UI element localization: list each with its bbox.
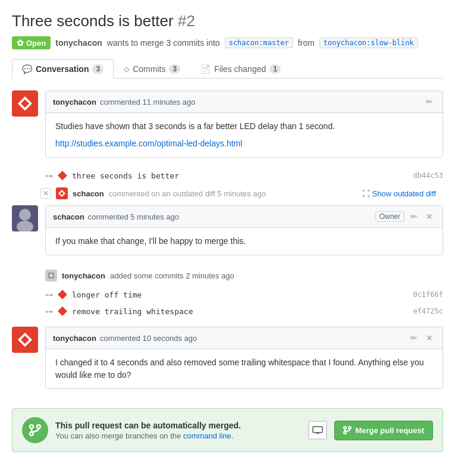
commit-message-1: three seconds is better — [72, 171, 179, 180]
comment-header-3: tonychacon commented 10 seconds ago ✏ ✕ — [46, 327, 443, 349]
avatar-schacon — [12, 205, 38, 231]
page-title: Three seconds is better #2 — [12, 12, 443, 30]
merge-subtitle-text: You can also merge branches on the — [55, 431, 181, 440]
commit-line-1: ⊶ three seconds is better db44c53 — [12, 167, 443, 184]
comment-timestamp-2: commented 5 minutes ago — [88, 212, 179, 221]
pr-author: tonychacon — [55, 38, 102, 48]
screen-icon[interactable] — [308, 421, 327, 440]
commit-message-3: remove trailing whitespace — [72, 307, 193, 316]
commit-line-3: ⊶ remove trailing whitespace ef4725c — [12, 303, 443, 320]
comment-header-left-3: tonychacon commented 10 seconds ago — [53, 334, 197, 343]
commit-git-icon-1 — [58, 171, 67, 180]
show-outdated-label: Show outdated diff — [372, 189, 436, 198]
merge-title: This pull request can be automatically m… — [55, 421, 301, 430]
commit-line-2: ⊶ longer off time 0c1f66f — [12, 286, 443, 303]
pr-description: wants to merge 3 commits into — [107, 38, 220, 48]
commit-branch-icon-2: ⊶ — [45, 290, 53, 299]
commit-branch-icon-1: ⊶ — [45, 171, 53, 180]
comment-tonychacon-1: tonychacon commented 11 minutes ago ✏ St… — [12, 90, 443, 158]
commits-added-icon — [45, 270, 57, 281]
edit-comment-button-1[interactable]: ✏ — [423, 96, 435, 108]
comment-text-2: If you make that change, I'll be happy t… — [55, 235, 433, 248]
commit-git-icon-2 — [58, 290, 67, 299]
show-outdated-icon: ⛶ — [362, 189, 370, 198]
merge-text: This pull request can be automatically m… — [55, 421, 301, 440]
close-comment-button-2[interactable]: ✕ — [423, 211, 435, 223]
comment-author-2[interactable]: schacon — [53, 212, 84, 221]
merge-button-label: Merge pull request — [355, 426, 424, 435]
open-badge: ✿ Open — [12, 36, 51, 49]
tab-conversation-count: 3 — [92, 64, 103, 74]
from-text: from — [298, 38, 315, 48]
comment-header-1: tonychacon commented 11 minutes ago ✏ — [46, 91, 443, 113]
outdated-x-icon[interactable]: ✕ — [40, 188, 51, 199]
comment-box-3: tonychacon commented 10 seconds ago ✏ ✕ … — [45, 327, 443, 389]
source-branch[interactable]: tonychacon:slow-blink — [319, 37, 418, 48]
merge-subtitle: You can also merge branches on the comma… — [55, 431, 301, 440]
commits-icon-tab: ◇ — [124, 65, 129, 73]
comment-actions-3: ✏ ✕ — [408, 332, 435, 344]
edit-comment-button-3[interactable]: ✏ — [408, 332, 420, 344]
tab-bar: 💬 Conversation 3 ◇ Commits 3 📄 Files cha… — [12, 59, 443, 79]
comment-box-1: tonychacon commented 11 minutes ago ✏ St… — [45, 90, 443, 158]
commits-added-author: tonychacon — [62, 271, 105, 280]
comment-link-1[interactable]: http://studies.example.com/optimal-led-d… — [55, 139, 242, 148]
comment-body-3: I changed it to 4 seconds and also remov… — [46, 349, 443, 389]
tab-conversation[interactable]: 💬 Conversation 3 — [12, 59, 114, 79]
tab-conversation-label: Conversation — [36, 64, 89, 74]
comment-tonychacon-2: tonychacon commented 10 seconds ago ✏ ✕ … — [12, 327, 443, 389]
tab-commits[interactable]: ◇ Commits 3 — [114, 59, 190, 79]
outdated-author: schacon — [73, 189, 104, 198]
tab-commits-count: 3 — [169, 64, 180, 74]
comment-header-left-1: tonychacon commented 11 minutes ago — [53, 98, 195, 107]
comment-timestamp-1: commented 11 minutes ago — [100, 98, 195, 107]
comment-actions-2: Owner ✏ ✕ — [375, 211, 435, 223]
timeline: tonychacon commented 11 minutes ago ✏ St… — [12, 90, 443, 452]
merge-commandline-link[interactable]: command line — [183, 431, 231, 440]
outdated-bar: ✕ schacon commented on an outdated diff … — [12, 184, 443, 203]
merge-icon-wrap — [22, 417, 48, 443]
owner-badge: Owner — [375, 211, 404, 222]
tab-files[interactable]: 📄 Files changed 1 — [190, 59, 291, 79]
status-bar: ✿ Open tonychacon wants to merge 3 commi… — [12, 36, 443, 49]
comment-schacon-1: schacon commented 5 minutes ago Owner ✏ … — [12, 205, 443, 255]
edit-comment-button-2[interactable]: ✏ — [408, 211, 420, 223]
commit-sha-1[interactable]: db44c53 — [413, 171, 443, 180]
git-icon: ✿ — [17, 38, 24, 48]
commit-sha-2[interactable]: 0c1f66f — [413, 290, 443, 299]
commit-message-2: longer off time — [72, 290, 142, 299]
title-text: Three seconds is better — [12, 12, 174, 30]
target-branch[interactable]: schacon:master — [225, 37, 293, 48]
show-outdated-button[interactable]: ⛶ Show outdated diff — [362, 189, 436, 198]
outdated-text: commented on an outdated diff 5 minutes … — [109, 189, 266, 198]
commits-added-line: tonychacon added some commits 2 minutes … — [12, 265, 443, 286]
comment-header-left-2: schacon commented 5 minutes ago — [53, 212, 179, 221]
tab-files-count: 1 — [269, 64, 281, 74]
status-text: Open — [26, 39, 46, 48]
commit-branch-icon-3: ⊶ — [45, 307, 53, 316]
comment-body-2: If you make that change, I'll be happy t… — [46, 228, 443, 255]
comment-box-2: schacon commented 5 minutes ago Owner ✏ … — [45, 205, 443, 255]
comment-header-2: schacon commented 5 minutes ago Owner ✏ … — [46, 206, 443, 228]
commit-sha-3[interactable]: ef4725c — [413, 307, 443, 315]
comment-text-1: Studies have shown that 3 seconds is a f… — [55, 120, 433, 133]
commits-added-text: added some commits 2 minutes ago — [110, 271, 234, 280]
comment-author-3[interactable]: tonychacon — [53, 334, 96, 343]
tab-commits-label: Commits — [133, 64, 165, 74]
merge-pull-request-button[interactable]: Merge pull request — [334, 421, 433, 440]
avatar-tonychacon — [12, 90, 38, 117]
tab-files-label: Files changed — [214, 64, 266, 74]
comment-actions-1: ✏ — [423, 96, 435, 108]
close-comment-button-3[interactable]: ✕ — [423, 332, 435, 344]
comment-body-1: Studies have shown that 3 seconds is a f… — [46, 113, 443, 157]
svg-rect-13 — [313, 427, 322, 433]
files-icon-tab: 📄 — [200, 64, 211, 74]
comment-timestamp-3: commented 10 seconds ago — [100, 334, 197, 343]
outdated-avatar — [56, 187, 68, 199]
merge-bar: This pull request can be automatically m… — [12, 408, 443, 452]
comment-text-3: I changed it to 4 seconds and also remov… — [55, 356, 433, 381]
issue-number: #2 — [178, 12, 195, 30]
avatar-tonychacon-2 — [12, 327, 38, 353]
comment-author-1[interactable]: tonychacon — [53, 98, 96, 107]
commit-git-icon-3 — [58, 306, 67, 316]
